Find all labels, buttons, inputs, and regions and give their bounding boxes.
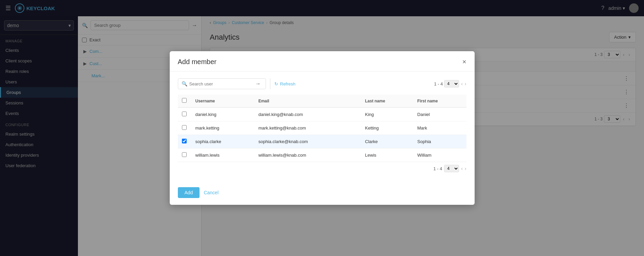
- search-icon: 🔍: [182, 81, 187, 86]
- user-row: daniel.king daniel.king@knab.com King Da…: [178, 107, 466, 121]
- email-2: mark.ketting@knab.com: [254, 121, 361, 135]
- modal-header: Add member ×: [170, 51, 475, 72]
- modal-page-count-top: 1 - 4: [434, 81, 443, 86]
- refresh-icon: ↻: [274, 81, 278, 86]
- user-search-wrap: 🔍 →: [178, 78, 266, 89]
- last-name-1: King: [361, 107, 413, 121]
- first-name-2: Mark: [413, 121, 466, 135]
- modal-search-bar: 🔍 → ↻ Refresh 1 - 4 41020 ‹: [178, 78, 466, 89]
- user-row: sophia.clarke sophia.clarke@knab.com Cla…: [178, 135, 466, 149]
- modal-page-count-bottom: 1 - 4: [433, 166, 442, 171]
- modal-page-size-select-bottom[interactable]: 41020: [444, 165, 459, 172]
- username-3: sophia.clarke: [191, 135, 254, 149]
- username-1: daniel.king: [191, 107, 254, 121]
- user-row: william.lewis william.lewis@knab.com Lew…: [178, 149, 466, 162]
- modal-next-page-bottom[interactable]: ›: [465, 166, 466, 171]
- modal-pagination-top: 1 - 4 41020 ‹ ›: [434, 80, 466, 87]
- user-search-go-button[interactable]: →: [254, 81, 262, 87]
- modal-footer: Add Cancel: [170, 182, 475, 205]
- modal-overlay[interactable]: Add member × 🔍 → ↻ Refresh 1 - 4: [0, 0, 644, 256]
- user-checkbox-1[interactable]: [182, 112, 187, 116]
- modal-prev-page-bottom[interactable]: ‹: [461, 166, 463, 171]
- last-name-3: Clarke: [361, 135, 413, 149]
- first-name-3: Sophia: [413, 135, 466, 149]
- table-header: Username Email Last name First name: [178, 95, 466, 107]
- modal-body: 🔍 → ↻ Refresh 1 - 4 41020 ‹: [170, 72, 475, 182]
- email-4: william.lewis@knab.com: [254, 149, 361, 162]
- modal-title: Add member: [178, 58, 217, 66]
- refresh-button[interactable]: ↻ Refresh: [274, 81, 296, 86]
- first-name-1: Daniel: [413, 107, 466, 121]
- divider: [270, 78, 270, 89]
- username-2: mark.ketting: [191, 121, 254, 135]
- user-checkbox-4[interactable]: [182, 152, 187, 157]
- modal-next-page-top[interactable]: ›: [465, 81, 466, 86]
- modal-page-size-select-top[interactable]: 41020: [444, 80, 459, 87]
- user-row: mark.ketting mark.ketting@knab.com Ketti…: [178, 121, 466, 135]
- add-button[interactable]: Add: [178, 187, 200, 198]
- modal-prev-page-top[interactable]: ‹: [461, 81, 463, 86]
- first-name-col-header: First name: [413, 95, 466, 107]
- cancel-button[interactable]: Cancel: [204, 190, 219, 195]
- user-search-input[interactable]: [189, 81, 252, 86]
- select-all-checkbox[interactable]: [182, 98, 187, 103]
- last-name-4: Lewis: [361, 149, 413, 162]
- last-name-col-header: Last name: [361, 95, 413, 107]
- first-name-4: William: [413, 149, 466, 162]
- user-checkbox-2[interactable]: [182, 125, 187, 130]
- modal-close-button[interactable]: ×: [462, 58, 466, 66]
- last-name-2: Ketting: [361, 121, 413, 135]
- email-3: sophia.clarke@knab.com: [254, 135, 361, 149]
- refresh-label: Refresh: [280, 81, 296, 86]
- modal-pagination-bottom: 1 - 4 41020 ‹ ›: [178, 162, 466, 175]
- email-1: daniel.king@knab.com: [254, 107, 361, 121]
- user-checkbox-3[interactable]: [182, 139, 187, 143]
- username-4: william.lewis: [191, 149, 254, 162]
- users-table: Username Email Last name First name dani…: [178, 95, 466, 162]
- username-col-header: Username: [191, 95, 254, 107]
- add-member-modal: Add member × 🔍 → ↻ Refresh 1 - 4: [170, 51, 475, 205]
- email-col-header: Email: [254, 95, 361, 107]
